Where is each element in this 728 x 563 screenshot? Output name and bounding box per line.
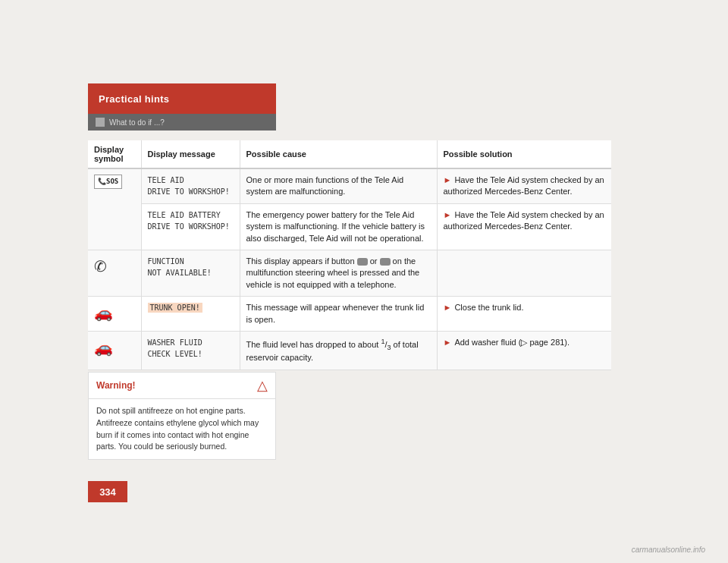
table-header-row: Display symbol Display message Possible … (88, 140, 611, 168)
cause-cell-3: This display appears if button or on the… (240, 250, 437, 296)
cause-text-2: The emergency power battery for the Tele… (246, 210, 425, 243)
sub-header-icon (96, 118, 105, 127)
data-table: Display symbol Display message Possible … (88, 140, 611, 370)
cause-text-1: One or more main functions of the Tele A… (246, 175, 404, 196)
solution-text-2: Have the Tele Aid system checked by an a… (444, 210, 604, 231)
display-msg-3: FUNCTIONNOT AVAILABLE! (148, 257, 212, 277)
page-container: Practical hints What to do if ...? Displ… (0, 0, 728, 563)
solution-text-4: Close the trunk lid. (454, 303, 523, 312)
col-header-symbol: Display symbol (88, 140, 141, 168)
phone-icon: ✆ (94, 258, 107, 275)
washer-icon: 🚗 (94, 339, 113, 356)
symbol-cell-sos: 📞SOS (88, 168, 141, 250)
symbol-cell-washer: 🚗 (88, 331, 141, 370)
arrow-icon-2: ► (444, 210, 452, 219)
display-msg-4: TRUNK OPEN! (148, 303, 202, 313)
header-bar: Practical hints (88, 83, 276, 114)
cause-cell-5: The fluid level has dropped to about 1/3… (240, 331, 437, 370)
col-header-message: Display message (141, 140, 240, 168)
cause-text-4: This message will appear whenever the tr… (246, 303, 425, 323)
sos-icon: 📞SOS (94, 175, 122, 189)
solution-cell-2: ►Have the Tele Aid system checked by an … (437, 203, 611, 250)
solution-cell-5: ►Add washer fluid (▷ page 281). (437, 331, 611, 370)
col-header-solution: Possible solution (437, 140, 611, 168)
trunk-icon: 🚗 (94, 304, 113, 321)
msg-cell-4: TRUNK OPEN! (141, 297, 240, 332)
msg-cell-2: TELE AID BATTERYDRIVE TO WORKSHOP! (141, 203, 240, 250)
arrow-icon-1: ► (444, 175, 452, 184)
cause-text-5: The fluid level has dropped to about 1/3… (246, 340, 419, 363)
arrow-icon-4: ► (444, 303, 452, 312)
page-number-box: 334 (88, 481, 127, 502)
sub-header-text: What to do if ...? (109, 118, 165, 127)
cause-cell-2: The emergency power battery for the Tele… (240, 203, 437, 250)
sub-header-bar: What to do if ...? (88, 114, 276, 131)
main-table-wrapper: Display symbol Display message Possible … (88, 140, 611, 370)
arrow-icon-5: ► (444, 338, 452, 347)
watermark: carmanualsonline.info (632, 546, 705, 554)
solution-cell-1: ►Have the Tele Aid system checked by an … (437, 168, 611, 203)
table-row: ✆ FUNCTIONNOT AVAILABLE! This display ap… (88, 250, 611, 296)
display-msg-5: WASHER FLUIDCHECK LEVEL! (148, 338, 202, 358)
col-header-cause: Possible cause (240, 140, 437, 168)
header-title: Practical hints (99, 93, 169, 105)
cause-cell-1: One or more main functions of the Tele A… (240, 168, 437, 203)
display-msg-2: TELE AID BATTERYDRIVE TO WORKSHOP! (148, 211, 230, 231)
msg-cell-1: TELE AIDDRIVE TO WORKSHOP! (141, 168, 240, 203)
display-msg-1: TELE AIDDRIVE TO WORKSHOP! (148, 176, 230, 196)
warning-triangle-icon: △ (257, 377, 268, 394)
msg-cell-3: FUNCTIONNOT AVAILABLE! (141, 250, 240, 296)
msg-cell-5: WASHER FLUIDCHECK LEVEL! (141, 331, 240, 370)
page-number: 334 (99, 486, 116, 498)
solution-text-1: Have the Tele Aid system checked by an a… (444, 175, 604, 196)
warning-title: Warning! (96, 380, 136, 391)
table-row: TELE AID BATTERYDRIVE TO WORKSHOP! The e… (88, 203, 611, 250)
cause-cell-4: This message will appear whenever the tr… (240, 297, 437, 332)
warning-box: Warning! △ Do not spill antifreeze on ho… (88, 372, 276, 460)
solution-cell-4: ►Close the trunk lid. (437, 297, 611, 332)
warning-body: Do not spill antifreeze on hot engine pa… (89, 399, 275, 459)
symbol-cell-trunk: 🚗 (88, 297, 141, 332)
cause-text-3: This display appears if button or on the… (246, 256, 420, 289)
table-row: 🚗 WASHER FLUIDCHECK LEVEL! The fluid lev… (88, 331, 611, 370)
symbol-cell-phone: ✆ (88, 250, 141, 296)
table-row: 🚗 TRUNK OPEN! This message will appear w… (88, 297, 611, 332)
solution-cell-3 (437, 250, 611, 296)
table-row: 📞SOS TELE AIDDRIVE TO WORKSHOP! One or m… (88, 168, 611, 203)
solution-text-5: Add washer fluid (▷ page 281). (454, 338, 570, 347)
warning-header: Warning! △ (89, 373, 275, 399)
